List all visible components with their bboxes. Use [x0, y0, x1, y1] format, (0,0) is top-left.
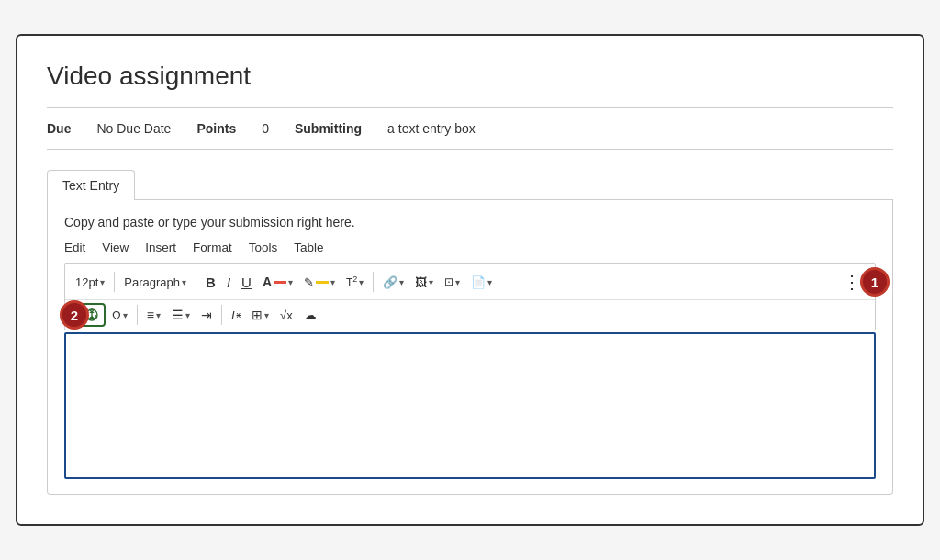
para-chevron: ▾ — [182, 277, 186, 287]
tab-text-entry[interactable]: Text Entry — [47, 170, 135, 200]
table-insert-button[interactable]: ⊞ ▾ — [247, 304, 274, 326]
sep-3 — [373, 272, 374, 292]
sep-4 — [137, 305, 138, 325]
toolbar-container: 12pt ▾ Paragraph ▾ B I U A ▾ ✎ — [64, 263, 876, 330]
meta-row: Due No Due Date Points 0 Submitting a te… — [47, 121, 893, 136]
page-title: Video assignment — [47, 62, 893, 91]
badge-2: 2 — [60, 300, 89, 330]
cloud-button[interactable]: ☁ — [299, 304, 321, 326]
menu-tools[interactable]: Tools — [249, 241, 278, 254]
divider-2 — [47, 149, 893, 150]
clear-format-icon: I — [231, 308, 235, 322]
submitting-value: a text entry box — [387, 121, 476, 136]
toolbar-row-2: 2 Ω ▾ ≡ ▾ ☰ ▾ ⇥ — [65, 300, 875, 330]
indent-button[interactable]: ⇥ — [196, 304, 217, 326]
link-button[interactable]: 🔗 ▾ — [378, 272, 408, 293]
math-button[interactable]: √x — [275, 305, 297, 326]
paragraph-button[interactable]: Paragraph ▾ — [119, 272, 191, 293]
sep-2 — [196, 272, 196, 292]
align-chevron: ▾ — [156, 310, 161, 320]
clear-format-sub: x — [237, 310, 241, 319]
menu-bar: Edit View Insert Format Tools Table — [64, 241, 876, 254]
underline-button[interactable]: U — [237, 271, 256, 294]
highlight-icon: ✎ — [304, 275, 314, 289]
special-char-button[interactable]: Ω ▾ — [107, 305, 132, 326]
superscript-chevron: ▾ — [359, 277, 364, 287]
menu-format[interactable]: Format — [193, 241, 232, 254]
table-insert-chevron: ▾ — [264, 310, 269, 320]
menu-edit[interactable]: Edit — [64, 241, 85, 254]
special-char-icon: Ω — [112, 308, 121, 322]
tab-bar: Text Entry — [47, 170, 893, 200]
paragraph-label: Paragraph — [124, 275, 180, 289]
list-icon: ☰ — [172, 308, 184, 322]
list-chevron: ▾ — [185, 310, 190, 320]
submitting-label: Submitting — [295, 121, 362, 136]
image-button[interactable]: 🖼 ▾ — [410, 272, 438, 293]
toolbar-row-1: 12pt ▾ Paragraph ▾ B I U A ▾ ✎ — [65, 264, 875, 300]
due-label: Due — [47, 121, 71, 136]
embed-button[interactable]: ⊡ ▾ — [440, 272, 464, 292]
plugin-btn-wrap: 2 — [78, 303, 106, 327]
points-value: 0 — [262, 121, 269, 136]
divider-1 — [47, 107, 893, 108]
link-chevron: ▾ — [399, 277, 404, 287]
editor-area: Copy and paste or type your submission r… — [47, 200, 893, 495]
doc-button[interactable]: 📄 ▾ — [466, 272, 497, 293]
main-window: Video assignment Due No Due Date Points … — [16, 34, 924, 526]
text-color-bar — [274, 281, 286, 284]
align-button[interactable]: ≡ ▾ — [142, 304, 165, 326]
editor-hint: Copy and paste or type your submission r… — [64, 215, 876, 230]
highlight-bar — [316, 281, 329, 284]
image-chevron: ▾ — [429, 277, 433, 287]
menu-table[interactable]: Table — [294, 241, 323, 254]
font-size-label: 12pt — [75, 275, 98, 289]
embed-icon: ⊡ — [444, 275, 453, 288]
points-label: Points — [196, 121, 236, 136]
menu-insert[interactable]: Insert — [145, 241, 176, 254]
highlight-button[interactable]: ✎ ▾ — [299, 272, 340, 293]
font-size-button[interactable]: 12pt ▾ — [71, 272, 109, 293]
more-btn-wrap: ⋮ 1 — [836, 267, 869, 297]
doc-icon: 📄 — [471, 275, 486, 289]
align-icon: ≡ — [147, 308, 154, 322]
superscript-icon: T2 — [346, 274, 357, 289]
superscript-button[interactable]: T2 ▾ — [341, 271, 368, 293]
link-icon: 🔗 — [383, 275, 397, 289]
text-input-area[interactable] — [64, 332, 876, 479]
indent-icon: ⇥ — [201, 308, 212, 322]
highlight-chevron: ▾ — [330, 277, 335, 287]
clear-format-button[interactable]: I x — [227, 305, 245, 326]
text-color-icon: A — [263, 274, 272, 289]
cloud-icon: ☁ — [304, 308, 317, 322]
text-color-button[interactable]: A ▾ — [258, 271, 297, 293]
image-icon: 🖼 — [415, 275, 427, 289]
font-size-chevron: ▾ — [100, 277, 105, 287]
list-button[interactable]: ☰ ▾ — [167, 304, 195, 326]
text-color-chevron: ▾ — [288, 277, 293, 287]
doc-chevron: ▾ — [487, 277, 492, 287]
table-insert-icon: ⊞ — [252, 308, 263, 322]
embed-chevron: ▾ — [455, 277, 460, 287]
due-value: No Due Date — [96, 121, 171, 136]
sep-1 — [114, 272, 115, 292]
sep-5 — [221, 305, 222, 325]
bold-button[interactable]: B — [201, 271, 220, 294]
special-char-chevron: ▾ — [123, 310, 128, 320]
math-icon: √x — [280, 308, 293, 322]
italic-button[interactable]: I — [222, 271, 235, 294]
menu-view[interactable]: View — [102, 241, 129, 254]
badge-1: 1 — [860, 267, 890, 297]
